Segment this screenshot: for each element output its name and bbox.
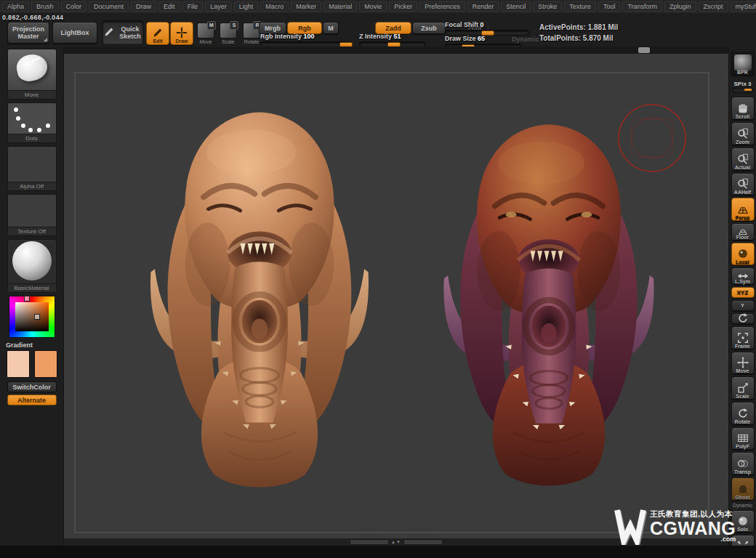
menu-item-marker[interactable]: Marker [291,1,321,12]
menu-item-brush[interactable]: Brush [31,1,59,12]
menu-item-file[interactable]: File [182,1,204,12]
hue-marker[interactable] [24,296,30,302]
frame-button[interactable]: Frame [731,326,755,349]
movearrows-icon [736,356,749,369]
menu-item-render[interactable]: Render [467,1,499,12]
stroke-preview [8,103,56,134]
scale-button[interactable]: S Scale [219,23,238,43]
scale-button[interactable]: Scale [731,376,755,400]
local-button[interactable]: Local [731,243,755,266]
quick-sketch-button[interactable]: Quick Sketch [102,20,144,45]
projection-master-button[interactable]: Projection Master [7,22,49,44]
menu-item-transform[interactable]: Transform [622,1,662,12]
color-swatches [7,350,57,378]
z-intensity-slider[interactable]: Z Intensity 51 [359,33,426,47]
menu-item-texture[interactable]: Texture [564,1,596,12]
move-button[interactable]: Move [731,352,755,375]
lsym-button[interactable]: L.Sym [731,267,755,285]
magnifier-icon [736,177,749,190]
sv-marker[interactable] [34,314,40,320]
menu-item-draw[interactable]: Draw [131,1,156,12]
top-shelf: 0.862,-0.668,-0.044 Projection Master Li… [0,13,756,46]
move-button[interactable]: M Move [196,23,215,43]
bpr-button[interactable]: BPR [731,49,755,76]
brush-cursor [619,105,685,171]
draw-button[interactable]: Draw [170,22,193,45]
menu-item-document[interactable]: Document [89,1,129,12]
menu-item-stencil[interactable]: Stencil [501,1,531,12]
spin-icon [736,407,749,420]
menu-item-material[interactable]: Material [323,1,357,12]
spin-axis-button[interactable] [731,313,755,324]
scalearrow-icon [736,381,749,395]
edit-button[interactable]: Edit [146,22,169,45]
floor-button[interactable]: Floor [731,223,755,240]
brush-selector[interactable]: Move [7,49,57,100]
menu-item-tool[interactable]: Tool [598,1,621,12]
alpha-selector[interactable]: Alpha Off [7,146,57,191]
material-label: BasicMaterial [8,283,56,292]
material-selector[interactable]: BasicMaterial [7,239,57,293]
slider-handle[interactable] [744,89,752,91]
menu-item-color[interactable]: Color [61,1,87,12]
cgwang-watermark: 王氏教育集团,以人为本 CGWANG .com [614,504,756,551]
persp-button[interactable]: Persp [731,198,755,221]
move-hand-icon: M [197,23,214,39]
frame-icon [736,331,749,344]
rgb-intensity-slider[interactable]: Rgb Intensity 100 [260,33,352,47]
xyz-button[interactable]: XYZ [731,287,755,298]
y-axis-button[interactable]: Y [731,300,755,311]
secondary-color-swatch[interactable] [34,350,57,378]
transp-button[interactable]: Transp [731,452,755,475]
stroke-label: Dots [8,134,56,142]
spix-button[interactable]: SPix 3 [731,81,755,95]
main-color-swatch[interactable] [7,350,30,378]
right-viewport-panel: BPRSPix 3ScrollZoomActualAAHalfPerspFloo… [728,46,756,558]
polyf-button[interactable]: PolyF [731,427,755,450]
menu-item-zscript[interactable]: Zscript [699,1,728,12]
alpha-preview [8,147,56,182]
menu-item-layer[interactable]: Layer [205,1,232,12]
menu-item-preferences[interactable]: Preferences [419,1,465,12]
menu-item-light[interactable]: Light [234,1,259,12]
bpr-preview [734,54,752,70]
scrollbar-center-handle[interactable]: ▲▼ [350,539,443,545]
sculpt-canvas[interactable] [64,54,728,538]
scrollbar-handle[interactable] [638,47,650,53]
menu-item-zplugin[interactable]: Zplugin [664,1,696,12]
actual-button[interactable]: Actual [731,147,755,171]
color-picker[interactable] [9,296,55,338]
saturation-value-square[interactable] [15,302,49,331]
texture-selector[interactable]: Texture Off [7,194,57,236]
watermark-chinese-text: 王氏教育集团,以人为本 [650,510,736,518]
scroll-button[interactable]: Scroll [731,97,755,120]
document-view[interactable] [64,54,728,538]
right-painted-creature-model [443,124,654,485]
menu-item-macro[interactable]: Macro [260,1,289,12]
stroke-selector[interactable]: Dots [7,102,57,143]
menu-item-mystuff[interactable]: myStuff [731,1,756,12]
rotate-hand-icon: R [243,23,260,39]
watermark-brand-text: CGWANG [650,519,736,538]
sphere-icon [736,247,749,260]
zoom-button[interactable]: Zoom [731,122,755,145]
spix-slider-track[interactable] [733,88,753,93]
active-points-readout: ActivePoints: 1.881 Mil [539,23,618,31]
ghost-button[interactable]: Ghost [731,477,755,501]
menu-item-movie[interactable]: Movie [359,1,387,12]
alternate-button[interactable]: Alternate [7,395,57,405]
coordinate-readout: 0.862,-0.668,-0.044 [2,14,63,21]
menu-item-stroke[interactable]: Stroke [533,1,562,12]
lightbox-button[interactable]: LightBox [52,22,97,44]
aahalf-button[interactable]: AAHalf [731,173,755,196]
switch-color-button[interactable]: SwitchColor [7,381,57,392]
rotate-button[interactable]: Rotate [731,402,755,425]
ghost-icon [736,482,749,496]
magnifier-icon [736,153,749,166]
menu-item-edit[interactable]: Edit [158,1,180,12]
menu-item-alpha[interactable]: Alpha [2,1,29,12]
pencil-icon [102,25,116,39]
persp-icon [736,203,749,216]
focal-shift-slider[interactable]: Focal Shift 0 [445,21,529,36]
menu-item-picker[interactable]: Picker [389,1,417,12]
